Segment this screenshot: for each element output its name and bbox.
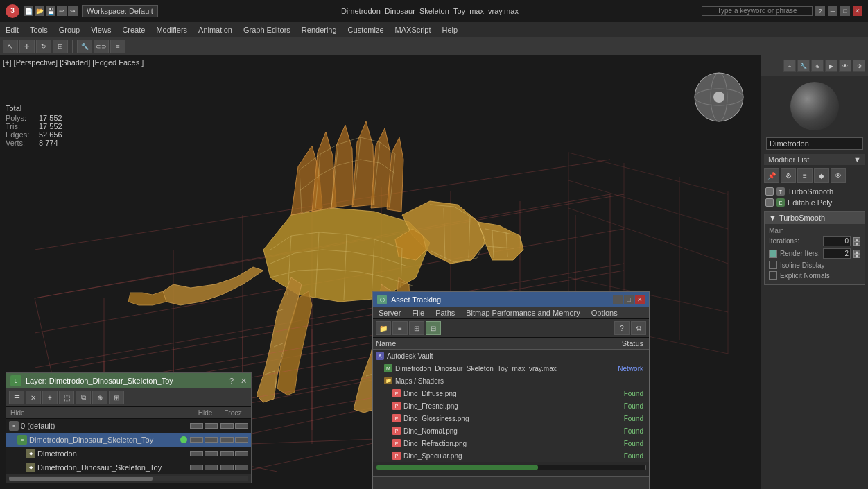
at-menu-paths[interactable]: Paths <box>430 307 460 318</box>
layer-title-bar[interactable]: L Layer: Dimetrodon_Dinosaur_Skeleton_To… <box>6 373 251 388</box>
panel-motion-btn[interactable]: ▶ <box>825 60 837 72</box>
obj2-freeze-s1[interactable] <box>220 465 234 470</box>
ts-render-stepper[interactable]: ▲ ▼ <box>853 250 860 258</box>
maximize-btn[interactable]: □ <box>840 6 850 16</box>
menu-item-animation[interactable]: Animation <box>193 24 238 35</box>
menu-item-customize[interactable]: Customize <box>342 24 390 35</box>
at-tool-folder[interactable]: 📁 <box>376 321 391 335</box>
at-row[interactable]: P Dino_Glossiness.png Found <box>373 412 649 424</box>
search-box[interactable]: Type a keyword or phrase <box>702 6 813 16</box>
hide-slider3[interactable] <box>190 437 203 443</box>
align-tool[interactable]: ≡ <box>110 40 125 53</box>
layer-copy-btn[interactable]: ⧉ <box>76 391 91 404</box>
mod-show-btn[interactable]: 👁 <box>831 168 846 183</box>
layer-select-btn[interactable]: ⬚ <box>59 391 74 404</box>
freeze-slider[interactable] <box>220 423 234 429</box>
modifier-list-dropdown[interactable]: ▼ <box>853 155 861 164</box>
obj-freeze-s1[interactable] <box>220 451 234 456</box>
panel-modify-btn[interactable]: 🔧 <box>797 60 810 72</box>
move-tool[interactable]: ✛ <box>19 40 35 53</box>
at-menu-options[interactable]: Options <box>586 307 623 318</box>
mod-configure-btn[interactable]: ⚙ <box>781 168 796 183</box>
menu-item-modifiers[interactable]: Modifiers <box>150 24 193 35</box>
obj-freeze-s2[interactable] <box>235 451 248 456</box>
layer-row[interactable]: ◆ Dimetrodon <box>6 447 251 461</box>
select-tool[interactable]: ↖ <box>3 40 18 53</box>
panel-create-btn[interactable]: + <box>783 60 796 72</box>
pin-btn[interactable]: 📌 <box>764 168 779 183</box>
at-tool-grid-lg[interactable]: ⊟ <box>426 321 441 335</box>
panel-utilities-btn[interactable]: ⚙ <box>853 60 865 72</box>
menu-item-help[interactable]: Help <box>437 24 464 35</box>
object-name-field[interactable] <box>766 137 863 150</box>
asset-tracking-title-bar[interactable]: ⬡ Asset Tracking ─ □ ✕ <box>373 292 649 307</box>
at-row[interactable]: 📁 Maps / Shaders <box>373 375 649 387</box>
layer-help-btn[interactable]: ? <box>229 377 234 385</box>
ts-render-down[interactable]: ▼ <box>853 254 860 258</box>
ts-iter-down[interactable]: ▼ <box>853 241 860 246</box>
menu-item-edit[interactable]: Edit <box>0 24 24 35</box>
menu-item-graph-editors[interactable]: Graph Editors <box>238 24 296 35</box>
at-row[interactable]: A Autodesk Vault <box>373 350 649 362</box>
obj-hide-s1[interactable] <box>190 451 203 456</box>
turbosmooth-section-header[interactable]: ▼ TurboSmooth <box>765 212 865 224</box>
ts-render-iters-input[interactable] <box>823 248 851 259</box>
menu-item-create[interactable]: Create <box>116 24 150 35</box>
menu-item-maxscript[interactable]: MAXScript <box>390 24 437 35</box>
layer-row[interactable]: ◆ Dimetrodon_Dinosaur_Skeleton_Toy <box>6 461 251 474</box>
rotate-tool[interactable]: ↻ <box>36 40 51 53</box>
mod-channel-btn[interactable]: ≡ <box>797 168 813 183</box>
open-btn[interactable]: 📂 <box>35 6 44 16</box>
layer-delete-btn[interactable]: ✕ <box>26 391 41 404</box>
layer-close-btn[interactable]: ✕ <box>241 377 247 386</box>
at-row[interactable]: P Dino_Specular.png Found <box>373 449 649 462</box>
layer-merge-btn[interactable]: ⊕ <box>92 391 107 404</box>
obj2-hide-s2[interactable] <box>205 465 218 470</box>
nav-sphere[interactable] <box>691 69 747 125</box>
at-minimize-btn[interactable]: ─ <box>613 295 623 304</box>
layer-row[interactable]: ≡ 0 (default) <box>6 419 251 433</box>
help-btn[interactable]: ? <box>815 6 825 16</box>
modifier-item-turbosmooth[interactable]: T TurboSmooth <box>761 186 868 197</box>
at-row[interactable]: P Dino_Diffuse.png Found <box>373 387 649 400</box>
ts-isoline-checkbox[interactable] <box>769 261 777 269</box>
snap-tool[interactable]: 🔧 <box>77 40 92 53</box>
layer-scrollbar-thumb[interactable] <box>9 477 153 481</box>
save-btn[interactable]: 💾 <box>46 6 55 16</box>
obj-hide-s2[interactable] <box>205 451 218 456</box>
close-btn[interactable]: ✕ <box>853 6 862 16</box>
layer-scrollbar[interactable] <box>9 476 248 481</box>
modifier-item-editpoly[interactable]: E Editable Poly <box>761 197 868 208</box>
workspace-selector[interactable]: Workspace: Default <box>82 5 158 17</box>
modifier-checkbox-ep[interactable] <box>765 198 774 207</box>
at-tool-settings[interactable]: ⚙ <box>631 321 646 335</box>
at-close-btn[interactable]: ✕ <box>635 295 645 304</box>
ts-explicit-checkbox[interactable] <box>769 271 777 280</box>
menu-item-views[interactable]: Views <box>85 24 116 35</box>
hide-slider[interactable] <box>190 423 203 429</box>
minimize-btn[interactable]: ─ <box>828 6 837 16</box>
mirror-tool[interactable]: ⊂⊃ <box>94 40 109 53</box>
at-row[interactable]: P Dino_Refraction.png Found <box>373 437 649 449</box>
mod-active-btn[interactable]: ◆ <box>814 168 829 183</box>
ts-iterations-stepper[interactable]: ▲ ▼ <box>853 237 860 246</box>
obj2-hide-s1[interactable] <box>190 465 203 470</box>
layer-add-btn[interactable]: + <box>42 391 58 404</box>
hide-slider4[interactable] <box>205 437 218 443</box>
viewport[interactable]: [+] [Perspective] [Shaded] [Edged Faces … <box>0 55 761 489</box>
obj2-freeze-s2[interactable] <box>235 465 248 470</box>
menu-item-rendering[interactable]: Rendering <box>296 24 342 35</box>
menu-item-tools[interactable]: Tools <box>24 24 53 35</box>
new-btn[interactable]: 📄 <box>24 6 33 16</box>
at-menu-server[interactable]: Server <box>373 307 406 318</box>
redo-btn[interactable]: ↪ <box>68 6 78 16</box>
layer-extra-btn[interactable]: ⊞ <box>109 391 124 404</box>
at-menu-bitmap-perf[interactable]: Bitmap Performance and Memory <box>460 307 585 318</box>
freeze-slider4[interactable] <box>235 437 248 443</box>
ts-iterations-input[interactable] <box>823 236 851 246</box>
at-row[interactable]: P Dino_Normal.png Found <box>373 424 649 437</box>
undo-btn[interactable]: ↩ <box>57 6 67 16</box>
at-row[interactable]: P Dino_Fresnel.png Found <box>373 400 649 412</box>
at-row[interactable]: M Dimetrodon_Dinosaur_Skeleton_Toy_max_v… <box>373 362 649 375</box>
scale-tool[interactable]: ⊞ <box>53 40 68 53</box>
